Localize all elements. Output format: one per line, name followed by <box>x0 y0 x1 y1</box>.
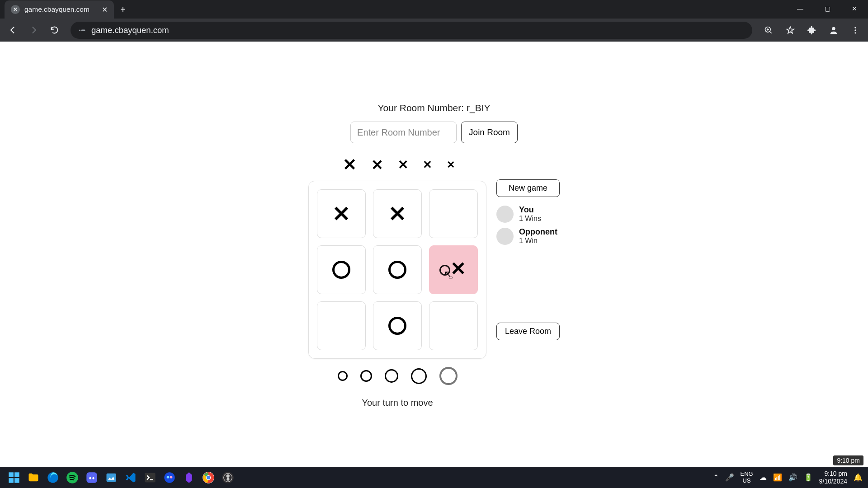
photos-icon[interactable] <box>103 469 120 486</box>
avatar <box>496 206 514 223</box>
svg-point-18 <box>164 472 175 483</box>
maximize-button[interactable]: ▢ <box>814 0 841 17</box>
tray-chevron-icon[interactable]: ⌃ <box>713 473 719 482</box>
o-mark-icon <box>332 261 350 279</box>
x-mark-icon: ✕ <box>332 201 350 226</box>
explorer-icon[interactable] <box>25 469 42 486</box>
mic-icon[interactable]: 🎤 <box>725 473 734 482</box>
side-panel: New game You 1 Wins Opponent 1 Win Leave… <box>496 155 560 340</box>
browser-chrome: — ▢ ✕ game.cbayquen.com ✕ + game.cbayque… <box>0 0 868 42</box>
o-piece-icon[interactable] <box>411 368 427 384</box>
url-bar[interactable]: game.cbayquen.com <box>71 22 752 39</box>
wifi-icon[interactable]: 📶 <box>773 473 782 482</box>
tab-close-icon[interactable]: ✕ <box>102 5 108 14</box>
chrome-icon[interactable] <box>200 469 217 486</box>
leave-room-button[interactable]: Leave Room <box>496 323 560 340</box>
board-cell-6[interactable] <box>317 301 366 350</box>
close-window-button[interactable]: ✕ <box>841 0 868 17</box>
taskbar: ⌃ 🎤 ENG US ☁ 📶 🔊 🔋 9:10 pm 9/10/2024 🔔 9… <box>0 467 868 488</box>
o-mark-icon <box>388 261 406 279</box>
nav-right <box>760 22 863 38</box>
reload-button[interactable] <box>46 22 62 38</box>
player-name: Opponent <box>519 227 557 237</box>
extensions-icon[interactable] <box>804 22 820 38</box>
tooltip: 9:10 pm <box>833 455 863 465</box>
board-cell-3[interactable] <box>317 245 366 294</box>
player-you-row: You 1 Wins <box>496 205 560 223</box>
terminal-icon[interactable] <box>142 469 159 486</box>
copilot-icon[interactable] <box>161 469 178 486</box>
tab-title: game.cbayquen.com <box>24 5 97 14</box>
svg-point-6 <box>854 32 856 33</box>
game-area: ✕ ✕ ✕ ✕ ✕ ✕ ✕ ✕ <box>308 155 560 408</box>
taskbar-apps <box>5 469 236 486</box>
o-pieces-row <box>338 367 458 385</box>
board-column: ✕ ✕ ✕ ✕ ✕ ✕ ✕ ✕ <box>308 155 486 408</box>
x-piece-icon[interactable]: ✕ <box>371 156 383 174</box>
minimize-button[interactable]: — <box>787 0 814 17</box>
o-mark-icon <box>388 317 406 335</box>
board-cell-7[interactable] <box>373 301 422 350</box>
o-piece-icon[interactable] <box>385 369 398 383</box>
volume-icon[interactable]: 🔊 <box>788 473 797 482</box>
vscode-icon[interactable] <box>122 469 139 486</box>
menu-icon[interactable] <box>847 22 863 38</box>
svg-point-0 <box>79 29 80 31</box>
svg-rect-1 <box>81 29 85 31</box>
clock[interactable]: 9:10 pm 9/10/2024 <box>819 470 847 485</box>
x-piece-icon[interactable]: ✕ <box>447 159 455 171</box>
join-room-button[interactable]: Join Room <box>461 122 518 143</box>
svg-point-14 <box>89 477 91 479</box>
date-text: 9/10/2024 <box>819 478 847 485</box>
new-game-button[interactable]: New game <box>496 179 560 197</box>
o-piece-icon[interactable] <box>360 370 372 382</box>
start-button[interactable] <box>5 469 23 486</box>
profile-icon[interactable] <box>826 22 842 38</box>
zoom-icon[interactable] <box>760 22 777 38</box>
notifications-icon[interactable]: 🔔 <box>854 473 863 482</box>
board-cell-0[interactable]: ✕ <box>317 189 366 238</box>
edge-icon[interactable] <box>44 469 61 486</box>
board-cell-1[interactable]: ✕ <box>373 189 422 238</box>
window-controls: — ▢ ✕ <box>787 0 868 17</box>
avatar <box>496 228 514 245</box>
spotify-icon[interactable] <box>64 469 81 486</box>
player-wins: 1 Wins <box>519 215 541 223</box>
back-button[interactable] <box>5 22 21 38</box>
obsidian-icon[interactable] <box>180 469 198 486</box>
x-piece-icon[interactable]: ✕ <box>423 158 432 171</box>
board-cell-8[interactable] <box>429 301 478 350</box>
url-text: game.cbayquen.com <box>91 25 169 35</box>
language-indicator[interactable]: ENG US <box>741 471 753 484</box>
player-opponent-row: Opponent 1 Win <box>496 227 560 245</box>
svg-point-5 <box>854 29 856 31</box>
discord-icon[interactable] <box>83 469 100 486</box>
svg-point-15 <box>92 477 94 479</box>
bookmark-icon[interactable] <box>782 22 798 38</box>
room-number-label: Your Room Number: r_BIY <box>377 103 490 113</box>
cursor-icon <box>444 268 455 279</box>
lang-line1: ENG <box>741 471 753 477</box>
board-cell-4[interactable] <box>373 245 422 294</box>
site-info-icon[interactable] <box>78 26 86 34</box>
o-piece-icon[interactable] <box>338 371 348 381</box>
browser-tab[interactable]: game.cbayquen.com ✕ <box>5 0 114 19</box>
svg-rect-16 <box>107 473 116 482</box>
board-cell-2[interactable] <box>429 189 478 238</box>
o-piece-icon[interactable] <box>439 367 458 385</box>
obs-icon[interactable] <box>219 469 236 486</box>
game-board: ✕ ✕ ✕ <box>308 181 486 359</box>
onedrive-icon[interactable]: ☁ <box>760 473 767 482</box>
new-tab-button[interactable]: + <box>114 1 132 19</box>
tab-bar: game.cbayquen.com ✕ + <box>0 0 868 19</box>
battery-icon[interactable]: 🔋 <box>804 473 813 482</box>
svg-point-19 <box>167 475 170 478</box>
turn-indicator: Your turn to move <box>362 398 433 408</box>
forward-button[interactable] <box>25 22 42 38</box>
x-piece-icon[interactable]: ✕ <box>343 155 357 174</box>
player-wins: 1 Win <box>519 237 557 245</box>
x-piece-icon[interactable]: ✕ <box>398 157 408 172</box>
player-info: You 1 Wins <box>519 205 541 223</box>
board-cell-5[interactable]: ✕ <box>429 245 478 294</box>
room-number-input[interactable] <box>350 122 457 143</box>
